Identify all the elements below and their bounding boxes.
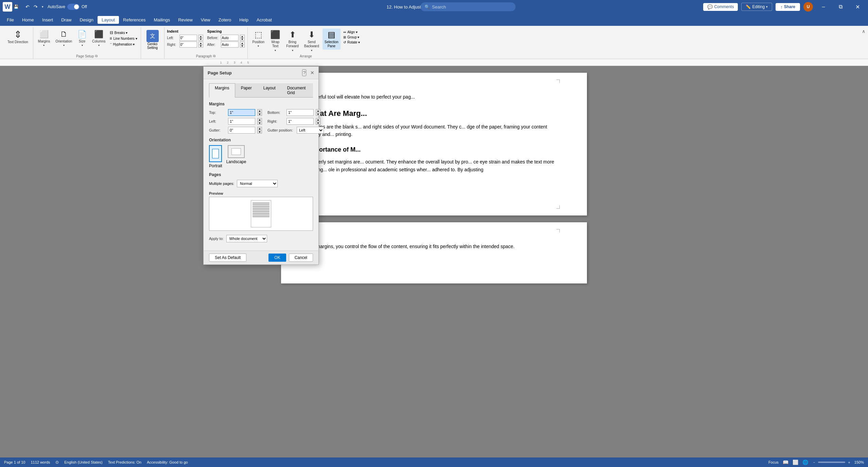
minimize-button[interactable]: –: [816, 0, 831, 14]
text-direction-button[interactable]: ⇕ Text Direction: [5, 29, 30, 46]
breaks-button[interactable]: ⊟ Breaks ▾: [109, 30, 138, 35]
ok-button[interactable]: OK: [268, 254, 286, 262]
menu-zotero[interactable]: Zotero: [214, 16, 236, 24]
dialog-gutter-down[interactable]: ▼: [257, 130, 262, 134]
group-button[interactable]: ⊞ Group ▾: [342, 35, 361, 39]
spacing-before-up[interactable]: ▲: [240, 35, 245, 38]
page-setup-expand-icon[interactable]: ⧉: [95, 54, 98, 58]
send-backward-button[interactable]: ⬇ SendBackward ▾: [302, 29, 321, 53]
menu-design[interactable]: Design: [76, 16, 98, 24]
ribbon-collapse-button[interactable]: ∧: [862, 29, 865, 34]
quick-access-toolbar: 💾 ↶ ↷ ▾: [12, 3, 48, 11]
rotate-button[interactable]: ↺ Rotate ▾: [342, 40, 361, 45]
dialog-bottom-up[interactable]: ▲: [316, 109, 320, 113]
close-button[interactable]: ✕: [850, 0, 865, 14]
paragraph-expand-icon[interactable]: ⧉: [213, 54, 215, 58]
menu-help[interactable]: Help: [235, 16, 253, 24]
menu-layout[interactable]: Layout: [98, 16, 119, 24]
indent-right-down[interactable]: ▼: [198, 45, 203, 48]
indent-right-up[interactable]: ▲: [198, 41, 203, 45]
orientation-button[interactable]: 🗋 Orientation ▾: [53, 29, 74, 48]
view-web-icon[interactable]: 🌐: [802, 460, 808, 465]
search-input[interactable]: [432, 4, 500, 10]
dialog-bottom-down[interactable]: ▼: [316, 113, 320, 116]
dialog-tab-document-grid[interactable]: Document Grid: [281, 83, 313, 97]
dialog-left-input[interactable]: [228, 118, 255, 125]
dialog-apply-select[interactable]: Whole document This point forward Select…: [226, 235, 267, 242]
search-box[interactable]: 🔍: [420, 2, 516, 11]
rotate-icon: ↺: [343, 40, 346, 44]
set-as-default-button[interactable]: Set As Default: [209, 254, 246, 262]
dialog-top-input[interactable]: [228, 109, 255, 116]
spacing-before-down[interactable]: ▼: [240, 38, 245, 41]
margins-button[interactable]: ⬜ Margins ▾: [36, 29, 52, 48]
line-numbers-button[interactable]: ≡ Line Numbers ▾: [109, 36, 138, 41]
user-avatar[interactable]: U: [803, 2, 813, 12]
dialog-close-button[interactable]: ✕: [310, 70, 314, 75]
align-button[interactable]: ⇔ Align ▾: [342, 30, 361, 34]
dialog-left-up[interactable]: ▲: [257, 118, 262, 121]
menu-insert[interactable]: Insert: [38, 16, 57, 24]
menu-view[interactable]: View: [197, 16, 214, 24]
dialog-landscape-box[interactable]: [228, 145, 245, 158]
columns-button[interactable]: ⬛ Columns ▾: [90, 29, 107, 48]
comments-button[interactable]: 💬 Comments: [703, 3, 738, 11]
menu-review[interactable]: Review: [174, 16, 197, 24]
hyphenation-button[interactable]: ⁻ Hyphenation ▾: [109, 41, 138, 47]
page-canvas[interactable]: powerful tool will elevate how to perfec…: [0, 66, 868, 457]
dialog-bottom-input[interactable]: [287, 109, 314, 116]
dialog-right-down[interactable]: ▼: [316, 121, 320, 125]
dialog-gutter-position-select[interactable]: Left Right Top: [297, 127, 324, 134]
indent-right-input[interactable]: [179, 41, 197, 48]
autosave-toggle[interactable]: [67, 4, 80, 10]
menu-references[interactable]: References: [119, 16, 150, 24]
spacing-after-up[interactable]: ▲: [240, 41, 245, 45]
dialog-gutter-input[interactable]: [228, 127, 255, 134]
menu-acrobat[interactable]: Acrobat: [253, 16, 276, 24]
dialog-gutter-up[interactable]: ▲: [257, 127, 262, 130]
dialog-top-down[interactable]: ▼: [257, 113, 262, 116]
indent-left-down[interactable]: ▼: [198, 38, 203, 41]
dialog-landscape-option[interactable]: Landscape: [226, 145, 246, 168]
zoom-slider[interactable]: [818, 462, 845, 463]
dialog-left-down[interactable]: ▼: [257, 121, 262, 125]
bring-forward-button[interactable]: ⬆ BringForward ▾: [284, 29, 301, 53]
zoom-out-btn[interactable]: －: [812, 460, 816, 465]
undo-dropdown[interactable]: ▾: [40, 3, 45, 11]
menu-mailings[interactable]: Mailings: [150, 16, 174, 24]
dialog-right-up[interactable]: ▲: [316, 118, 320, 121]
indent-left-input[interactable]: [179, 35, 197, 41]
undo-btn[interactable]: ↶: [24, 3, 31, 11]
selection-pane-button[interactable]: ▤ SelectionPane: [323, 29, 341, 50]
dialog-tab-paper[interactable]: Paper: [235, 83, 258, 97]
indent-left-up[interactable]: ▲: [198, 35, 203, 38]
view-read-icon[interactable]: 📖: [783, 460, 788, 465]
menu-draw[interactable]: Draw: [57, 16, 75, 24]
dialog-help-button[interactable]: ?: [302, 69, 306, 76]
menu-file[interactable]: File: [3, 16, 18, 24]
cancel-button[interactable]: Cancel: [289, 254, 313, 262]
dialog-tab-layout[interactable]: Layout: [258, 83, 281, 97]
menu-home[interactable]: Home: [18, 16, 38, 24]
spacing-after-down[interactable]: ▼: [240, 45, 245, 48]
dialog-tab-margins[interactable]: Margins: [209, 83, 235, 98]
save-btn[interactable]: 💾: [12, 3, 20, 11]
restore-button[interactable]: ⧉: [833, 0, 848, 14]
size-button[interactable]: 📄 Size ▾: [75, 29, 89, 48]
dialog-portrait-box[interactable]: [209, 145, 222, 162]
redo-btn[interactable]: ↷: [32, 3, 39, 11]
share-button[interactable]: ↑ Share: [776, 3, 800, 11]
zoom-in-btn[interactable]: ＋: [847, 460, 851, 465]
view-layout-icon[interactable]: ⬜: [793, 460, 798, 465]
dialog-multiple-pages-select[interactable]: Normal Mirror margins 2 pages per sheet …: [237, 180, 278, 187]
position-button[interactable]: ⬚ Position ▾: [250, 29, 267, 49]
dialog-portrait-option[interactable]: Portrait: [209, 145, 222, 168]
editing-button[interactable]: ✏️ Editing ▾: [741, 3, 772, 11]
wrap-text-button[interactable]: ⬛ WrapText ▾: [268, 29, 283, 53]
focus-label[interactable]: Focus: [768, 460, 779, 464]
spacing-before-input[interactable]: [221, 35, 239, 41]
dialog-right-input[interactable]: [287, 118, 314, 125]
genko-setting-button[interactable]: 文 GenkoSetting: [144, 29, 161, 51]
dialog-top-up[interactable]: ▲: [257, 109, 262, 113]
spacing-after-input[interactable]: [221, 41, 239, 48]
